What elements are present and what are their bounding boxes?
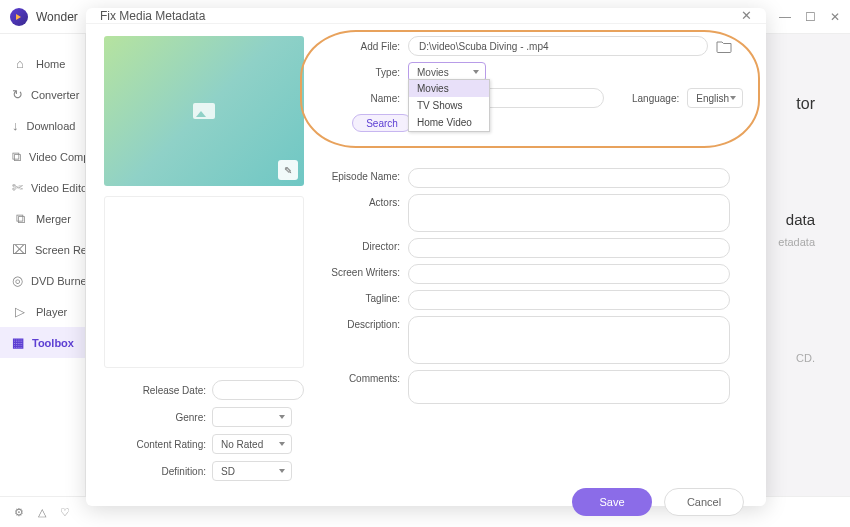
folder-icon <box>716 39 732 53</box>
merger-icon: ⧉ <box>12 211 28 227</box>
save-button[interactable]: Save <box>572 488 652 516</box>
sidebar-item-label: Video Editor <box>31 182 85 194</box>
description-label: Description: <box>322 316 408 330</box>
comments-input[interactable] <box>408 370 730 404</box>
sidebar-item-player[interactable]: ▷Player <box>0 296 85 327</box>
sidebar: ⌂Home ↻Converter ↓Download ⧉Video Compre… <box>0 34 86 496</box>
genre-select[interactable] <box>212 407 292 427</box>
writers-label: Screen Writers: <box>322 264 408 278</box>
definition-label: Definition: <box>104 466 212 477</box>
sidebar-item-dvd[interactable]: ◎DVD Burner <box>0 265 85 296</box>
compressor-icon: ⧉ <box>12 149 21 165</box>
description-input[interactable] <box>408 316 730 364</box>
sidebar-item-merger[interactable]: ⧉Merger <box>0 203 85 234</box>
director-label: Director: <box>322 238 408 252</box>
window-controls: — ☐ ✕ <box>779 10 840 24</box>
home-icon: ⌂ <box>12 56 28 71</box>
minimize-button[interactable]: — <box>779 10 791 24</box>
metadata-modal: Fix Media Metadata ✕ ✎ Release Date: Gen… <box>86 8 766 506</box>
browse-folder-button[interactable] <box>716 39 732 53</box>
edit-thumbnail-button[interactable]: ✎ <box>278 160 298 180</box>
sidebar-item-label: Home <box>36 58 65 70</box>
name-label: Name: <box>322 93 408 104</box>
modal-title: Fix Media Metadata <box>100 9 205 23</box>
sidebar-item-label: Toolbox <box>32 337 74 349</box>
sidebar-item-recorder[interactable]: ⌧Screen Recorder <box>0 234 85 265</box>
converter-icon: ↻ <box>12 87 23 102</box>
tagline-input[interactable] <box>408 290 730 310</box>
search-button[interactable]: Search <box>352 114 412 132</box>
release-date-label: Release Date: <box>104 385 212 396</box>
sidebar-item-label: Download <box>27 120 76 132</box>
addfile-input[interactable] <box>408 36 708 56</box>
sidebar-item-label: Converter <box>31 89 79 101</box>
play-icon: ▷ <box>12 304 28 319</box>
type-label: Type: <box>322 67 408 78</box>
director-input[interactable] <box>408 238 730 258</box>
language-select[interactable]: English <box>687 88 743 108</box>
settings-icon[interactable]: ⚙ <box>14 506 24 519</box>
favorite-icon[interactable]: ♡ <box>60 506 70 519</box>
episode-label: Episode Name: <box>322 168 408 182</box>
language-label: Language: <box>632 93 687 104</box>
definition-select[interactable]: SD <box>212 461 292 481</box>
dvd-icon: ◎ <box>12 273 23 288</box>
sidebar-item-label: Screen Recorder <box>35 244 85 256</box>
sidebar-item-label: Video Compressor <box>29 151 85 163</box>
bg-text: tor data etadata CD. <box>778 90 815 368</box>
app-title: Wonder <box>36 10 78 24</box>
tagline-label: Tagline: <box>322 290 408 304</box>
thumbnail: ✎ <box>104 36 304 186</box>
cancel-button[interactable]: Cancel <box>664 488 744 516</box>
sidebar-item-editor[interactable]: ✄Video Editor <box>0 172 85 203</box>
sidebar-item-toolbox[interactable]: ▦Toolbox <box>0 327 85 358</box>
comments-label: Comments: <box>322 370 408 384</box>
type-option-tvshows[interactable]: TV Shows <box>409 97 489 114</box>
close-button[interactable]: ✕ <box>830 10 840 24</box>
sidebar-item-label: DVD Burner <box>31 275 85 287</box>
image-placeholder-icon <box>193 103 215 119</box>
actors-input[interactable] <box>408 194 730 232</box>
rating-select[interactable]: No Rated <box>212 434 292 454</box>
recorder-icon: ⌧ <box>12 242 27 257</box>
sidebar-item-home[interactable]: ⌂Home <box>0 48 85 79</box>
actors-label: Actors: <box>322 194 408 208</box>
maximize-button[interactable]: ☐ <box>805 10 816 24</box>
sidebar-item-converter[interactable]: ↻Converter <box>0 79 85 110</box>
preview-box <box>104 196 304 368</box>
episode-input[interactable] <box>408 168 730 188</box>
sidebar-item-label: Merger <box>36 213 71 225</box>
genre-label: Genre: <box>104 412 212 423</box>
notifications-icon[interactable]: △ <box>38 506 46 519</box>
scissors-icon: ✄ <box>12 180 23 195</box>
writers-input[interactable] <box>408 264 730 284</box>
modal-footer: Save Cancel <box>86 488 766 516</box>
sidebar-item-compressor[interactable]: ⧉Video Compressor <box>0 141 85 172</box>
modal-close-button[interactable]: ✕ <box>741 8 752 23</box>
addfile-label: Add File: <box>322 41 408 52</box>
type-option-movies[interactable]: Movies <box>409 80 489 97</box>
app-logo <box>10 8 28 26</box>
modal-header: Fix Media Metadata ✕ <box>86 8 766 24</box>
download-icon: ↓ <box>12 118 19 133</box>
rating-label: Content Rating: <box>104 439 212 450</box>
release-date-input[interactable] <box>212 380 304 400</box>
type-option-homevideo[interactable]: Home Video <box>409 114 489 131</box>
toolbox-icon: ▦ <box>12 335 24 350</box>
sidebar-item-label: Player <box>36 306 67 318</box>
type-dropdown: Movies TV Shows Home Video <box>408 79 490 132</box>
sidebar-item-download[interactable]: ↓Download <box>0 110 85 141</box>
